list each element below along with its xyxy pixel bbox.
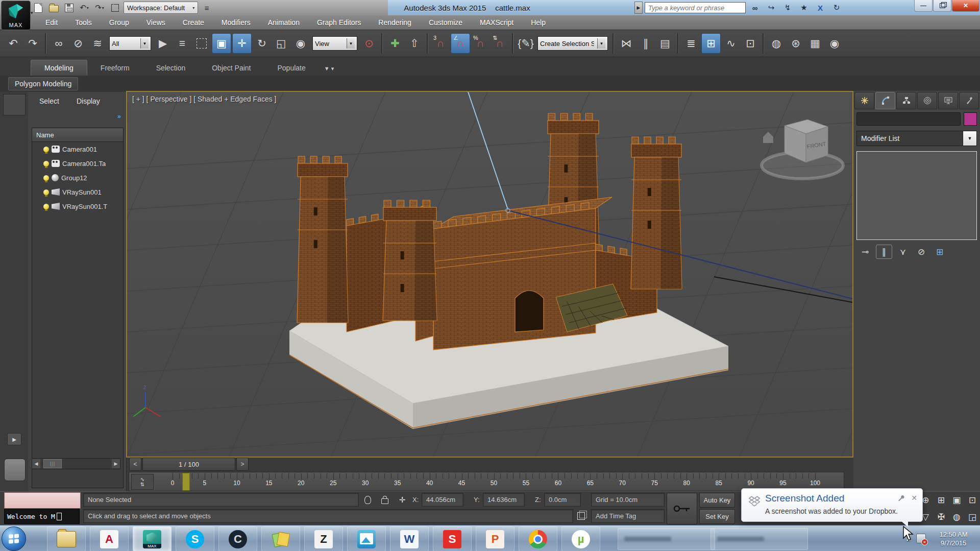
align-icon[interactable]: ∥ xyxy=(636,34,655,53)
remove-modifier-icon[interactable]: ⊘ xyxy=(914,245,929,258)
command-tab-create[interactable] xyxy=(854,92,874,109)
mirror-icon[interactable]: ⋈ xyxy=(617,34,635,53)
taskbar-app-gallery[interactable] xyxy=(261,526,300,551)
exchange-apps-icon[interactable]: X xyxy=(813,4,827,12)
zoom-extents-icon[interactable]: ▣ xyxy=(949,492,965,509)
configure-modifier-sets-icon[interactable]: ⊞ xyxy=(932,245,947,258)
visibility-bulb-icon[interactable] xyxy=(43,175,49,181)
x-coord-field[interactable]: 44.056cm xyxy=(422,493,463,507)
menu-modifiers[interactable]: Modifiers xyxy=(213,18,259,27)
menu-edit[interactable]: Edit xyxy=(37,18,66,27)
select-and-link-icon[interactable]: ∞ xyxy=(50,34,68,53)
scene-object-row[interactable]: Camera001 xyxy=(32,142,123,156)
taskbar-app-3ds-max[interactable]: MAX xyxy=(133,526,172,551)
taskbar-app-skype[interactable]: S xyxy=(176,526,214,551)
time-slider-track[interactable]: ∿⇅ 0510152025303540455055606570758085909… xyxy=(129,472,844,491)
scene-explorer-icon[interactable]: ⊞ xyxy=(701,33,721,54)
pin-stack-icon[interactable]: ⊸ xyxy=(857,245,873,258)
select-object-icon[interactable]: ▶ xyxy=(154,34,172,53)
next-frame-button[interactable]: > xyxy=(236,458,249,471)
ribbon-more-icon[interactable]: ▼ ▾ xyxy=(319,62,339,76)
undo-icon[interactable]: ↶▾ xyxy=(78,2,91,14)
window-crossing-icon[interactable]: ▣ xyxy=(212,33,231,54)
taskbar-app-utorrent[interactable]: µ xyxy=(561,526,600,551)
taskbar-window-button[interactable] xyxy=(618,528,715,550)
ribbon-tab-freeform[interactable]: Freeform xyxy=(87,60,143,76)
pan-icon[interactable]: ✠ xyxy=(934,509,949,525)
selection-filter-dropdown[interactable]: All▼ xyxy=(109,36,151,51)
command-tab-modify[interactable] xyxy=(875,92,895,109)
zoom-all-icon[interactable]: ⊞ xyxy=(934,492,949,509)
absolute-mode-gizmo-icon[interactable]: ✛ xyxy=(396,493,408,507)
ribbon-tab-selection[interactable]: Selection xyxy=(143,60,199,76)
open-file-icon[interactable] xyxy=(47,2,60,14)
render-production-icon[interactable]: ◉ xyxy=(825,34,844,53)
panel-overflow-chevron[interactable]: » xyxy=(117,112,121,120)
object-color-swatch[interactable] xyxy=(964,112,977,126)
visibility-bulb-icon[interactable] xyxy=(43,204,49,209)
settings-wrench-icon[interactable] xyxy=(897,494,905,502)
undo-icon[interactable]: ↶ xyxy=(4,34,22,53)
make-unique-icon[interactable]: ⋎ xyxy=(895,245,911,258)
scrollbar-thumb[interactable]: ||| xyxy=(43,459,62,468)
menu-group[interactable]: Group xyxy=(101,18,138,27)
taskbar-app-chrome[interactable] xyxy=(519,526,557,551)
taskbar-clock[interactable]: 12:50 AM 9/7/2015 xyxy=(931,530,976,547)
close-icon[interactable]: ✕ xyxy=(911,494,917,502)
taskbar-app-photos[interactable] xyxy=(347,526,386,551)
modifier-list-dropdown[interactable]: Modifier List ▼ xyxy=(856,131,977,146)
scene-menu-display[interactable]: Display xyxy=(77,97,100,105)
ribbon-tab-populate[interactable]: Populate xyxy=(264,60,318,76)
isolate-selection-icon[interactable]: ⇧ xyxy=(405,34,424,53)
set-key-button[interactable]: Set Key xyxy=(699,509,735,524)
name-column-header[interactable]: Name xyxy=(32,128,123,142)
scroll-right-icon[interactable]: ▶ xyxy=(112,459,120,468)
sign-in-icon[interactable]: ↪ xyxy=(764,3,778,12)
perspective-viewport[interactable]: [ + ] [ Perspective ] [ Shaded + Edged F… xyxy=(126,91,853,458)
material-editor-icon[interactable]: ◍ xyxy=(767,34,786,53)
rendered-frame-icon[interactable]: ▦ xyxy=(806,34,824,53)
visibility-bulb-icon[interactable] xyxy=(43,147,49,152)
chevron-down-icon[interactable]: ▼ xyxy=(347,38,355,49)
qat-menu-toggle-icon[interactable]: ≡ xyxy=(200,2,213,14)
object-name-field[interactable] xyxy=(856,112,961,126)
communication-center-icon[interactable]: ↻ xyxy=(829,3,844,12)
z-coord-field[interactable]: 0.0cm xyxy=(544,493,581,507)
select-and-scale-icon[interactable]: ◱ xyxy=(272,34,290,53)
select-and-move-icon[interactable]: ✛ xyxy=(232,33,252,54)
spinner-snap-icon[interactable]: ∩⇅ xyxy=(491,34,509,53)
isolate-cube-icon[interactable] xyxy=(575,509,587,523)
rectangular-selection-icon[interactable] xyxy=(192,34,211,53)
select-by-name-icon[interactable]: ≡ xyxy=(173,34,191,53)
add-time-tag-button[interactable]: Add Time Tag xyxy=(591,509,665,523)
chevron-down-icon[interactable]: ▼ xyxy=(597,38,605,49)
selection-lock-bulb-icon[interactable] xyxy=(361,493,374,507)
snap-3d-icon[interactable]: ∩3 xyxy=(431,34,450,53)
menu-customize[interactable]: Customize xyxy=(420,18,471,27)
named-selection-sets-icon[interactable]: {✎} xyxy=(517,34,535,53)
taskbar-app-sketchup[interactable]: S xyxy=(433,526,472,551)
previous-frame-button[interactable]: < xyxy=(129,458,141,471)
render-setup-icon[interactable]: ⊛ xyxy=(787,34,805,53)
new-file-icon[interactable] xyxy=(32,2,45,14)
percent-snap-icon[interactable]: ∩% xyxy=(471,34,489,53)
graphite-ribbon-icon[interactable]: ≣ xyxy=(682,34,700,53)
polygon-modeling-panel[interactable]: Polygon Modeling xyxy=(8,77,78,90)
bind-to-space-warp-icon[interactable]: ≋ xyxy=(88,34,107,53)
scene-object-row[interactable]: Group12 xyxy=(32,171,123,185)
minimized-window-button[interactable] xyxy=(4,459,26,481)
menu-rendering[interactable]: Rendering xyxy=(370,18,420,27)
menu-help[interactable]: Help xyxy=(522,18,554,27)
visibility-bulb-icon[interactable] xyxy=(43,161,49,166)
menu-tools[interactable]: Tools xyxy=(66,18,101,27)
menu-animation[interactable]: Animation xyxy=(259,18,308,27)
y-coord-field[interactable]: 14.636cm xyxy=(483,493,525,507)
command-tab-hierarchy[interactable] xyxy=(896,92,916,109)
taskbar-app-word[interactable]: W xyxy=(390,526,429,551)
show-end-result-icon[interactable]: ∥ xyxy=(876,245,892,259)
selection-lock-icon[interactable] xyxy=(379,493,391,507)
named-selection-field[interactable]: Create Selection Se▼ xyxy=(537,36,608,51)
visibility-bulb-icon[interactable] xyxy=(43,189,49,195)
time-slider-playhead[interactable] xyxy=(182,473,190,491)
chevron-down-icon[interactable]: ▼ xyxy=(963,131,976,146)
